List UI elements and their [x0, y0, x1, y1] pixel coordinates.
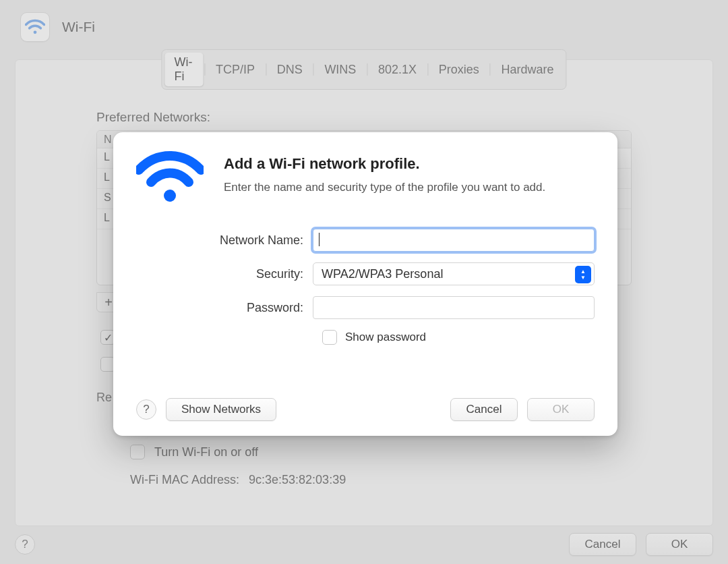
security-value: WPA2/WPA3 Personal [322, 267, 443, 281]
svg-point-1 [164, 190, 176, 202]
security-label: Security: [136, 267, 313, 281]
network-name-input[interactable] [313, 229, 595, 252]
show-networks-button[interactable]: Show Networks [166, 398, 276, 421]
password-label: Password: [136, 301, 313, 315]
checkbox-icon [322, 330, 337, 345]
dialog-footer: ? Show Networks Cancel OK [136, 398, 595, 421]
add-wifi-profile-dialog: Add a Wi-Fi network profile. Enter the n… [113, 132, 617, 436]
password-input[interactable] [313, 296, 595, 319]
wifi-icon-large [136, 151, 204, 208]
security-select[interactable]: WPA2/WPA3 Personal [313, 262, 595, 285]
dialog-subtitle: Enter the name and security type of the … [224, 179, 545, 196]
show-password-label: Show password [345, 331, 426, 344]
dialog-cancel-button[interactable]: Cancel [450, 398, 518, 421]
dialog-title: Add a Wi-Fi network profile. [224, 155, 545, 173]
network-name-label: Network Name: [136, 233, 313, 248]
dialog-help-button[interactable]: ? [136, 399, 156, 420]
text-caret-icon [319, 233, 320, 246]
show-password-row[interactable]: Show password [322, 330, 595, 345]
select-stepper-icon [575, 266, 591, 283]
dialog-ok-button[interactable]: OK [527, 398, 595, 421]
dialog-form: Network Name: Security: WPA2/WPA3 Person… [136, 229, 595, 345]
